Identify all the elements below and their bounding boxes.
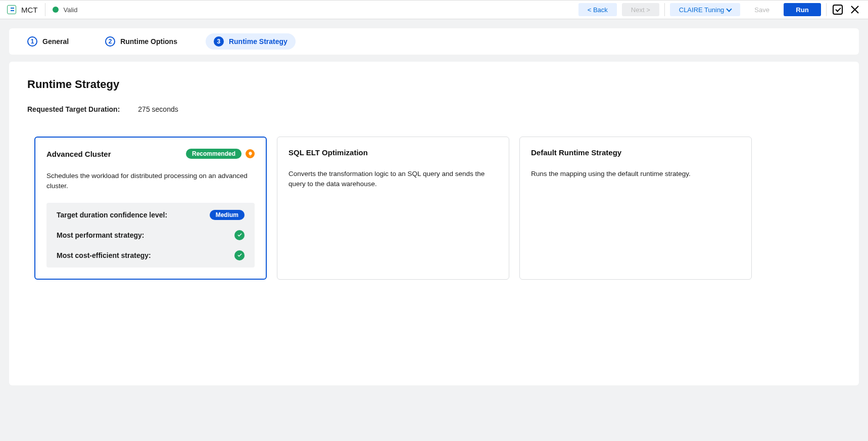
card-default-runtime-strategy[interactable]: Default Runtime Strategy Runs the mappin… [519, 137, 752, 280]
confidence-row: Target duration confidence level: Medium [46, 205, 255, 225]
badge-wrap: Recommended [186, 149, 255, 159]
card-header: SQL ELT Optimization [288, 148, 498, 157]
run-button[interactable]: Run [784, 3, 821, 16]
step-number-icon: 2 [105, 36, 115, 47]
confidence-label: Target duration confidence level: [57, 211, 167, 219]
duration-value: 275 seconds [138, 105, 178, 113]
claire-tuning-label: CLAIRE Tuning [679, 6, 725, 14]
card-advanced-cluster[interactable]: Advanced Cluster Recommended Schedules t… [34, 137, 267, 280]
next-button: Next > [622, 3, 659, 16]
duration-label: Requested Target Duration: [27, 105, 120, 113]
confidence-badge: Medium [210, 210, 245, 220]
checkout-icon [833, 5, 843, 15]
check-icon [234, 230, 245, 240]
card-title: Advanced Cluster [46, 150, 111, 158]
page-title: Runtime Strategy [27, 78, 841, 91]
divider [664, 3, 665, 16]
status-text: Valid [64, 6, 78, 14]
checkout-button[interactable] [832, 4, 844, 16]
close-button[interactable] [849, 4, 861, 16]
cost-row: Most cost-efficient strategy: [46, 245, 255, 266]
claire-tuning-dropdown[interactable]: CLAIRE Tuning [670, 3, 741, 16]
lightbulb-icon [246, 149, 255, 158]
step-general[interactable]: 1 General [19, 33, 77, 50]
step-number-icon: 3 [214, 36, 224, 47]
app-icon [7, 5, 16, 14]
card-title: Default Runtime Strategy [531, 148, 621, 157]
step-label: General [42, 37, 69, 46]
strategy-cards: Advanced Cluster Recommended Schedules t… [27, 137, 841, 280]
steps-bar: 1 General 2 Runtime Options 3 Runtime St… [9, 28, 859, 55]
step-label: Runtime Strategy [229, 37, 287, 46]
app-title: MCT [21, 6, 38, 14]
card-description: Runs the mapping using the default runti… [531, 169, 740, 179]
divider [45, 3, 45, 16]
topbar: MCT Valid < Back Next > CLAIRE Tuning Sa… [0, 0, 868, 19]
divider [826, 3, 827, 16]
info-box: Target duration confidence level: Medium… [46, 203, 255, 268]
card-header: Default Runtime Strategy [531, 148, 740, 157]
step-runtime-strategy[interactable]: 3 Runtime Strategy [206, 33, 296, 50]
recommended-badge: Recommended [186, 149, 242, 159]
card-sql-elt-optimization[interactable]: SQL ELT Optimization Converts the transf… [277, 137, 509, 280]
step-label: Runtime Options [120, 37, 177, 46]
cost-label: Most cost-efficient strategy: [57, 251, 151, 259]
save-button: Save [745, 3, 779, 16]
chevron-down-icon [727, 6, 732, 12]
card-title: SQL ELT Optimization [288, 148, 368, 157]
performance-label: Most performant strategy: [57, 231, 144, 239]
duration-row: Requested Target Duration: 275 seconds [27, 105, 841, 113]
card-description: Converts the transformation logic to an … [288, 169, 498, 190]
topbar-left: MCT [7, 5, 38, 14]
page: 1 General 2 Runtime Options 3 Runtime St… [0, 19, 868, 394]
performance-row: Most performant strategy: [46, 225, 255, 245]
step-number-icon: 1 [27, 36, 37, 47]
check-icon [234, 250, 245, 260]
status-indicator: Valid [53, 6, 78, 14]
step-runtime-options[interactable]: 2 Runtime Options [97, 33, 185, 50]
back-button[interactable]: < Back [578, 3, 617, 16]
main-panel: Runtime Strategy Requested Target Durati… [9, 62, 859, 385]
topbar-right: < Back Next > CLAIRE Tuning Save Run [578, 3, 861, 16]
close-icon [850, 5, 859, 14]
card-header: Advanced Cluster Recommended [46, 149, 255, 159]
status-dot-icon [53, 7, 59, 13]
card-description: Schedules the workload for distributed p… [46, 171, 255, 192]
